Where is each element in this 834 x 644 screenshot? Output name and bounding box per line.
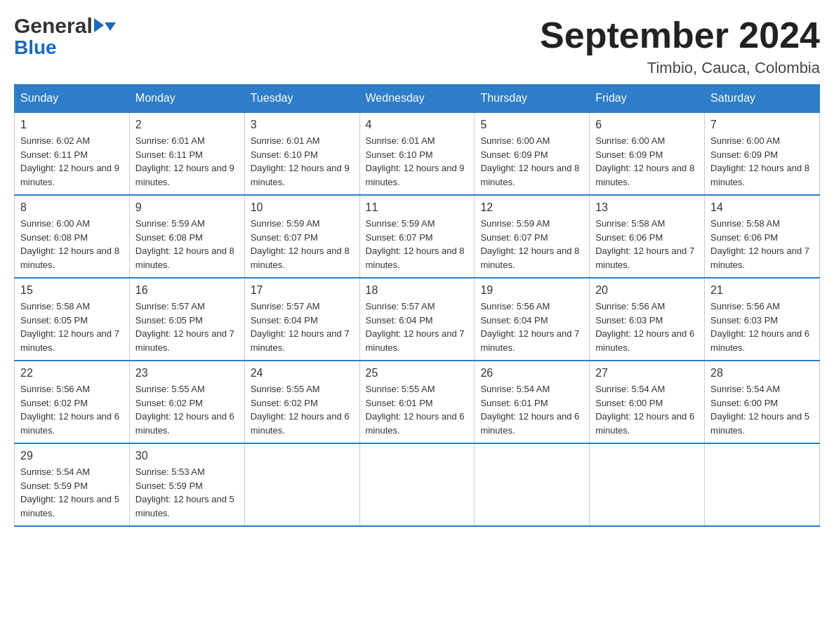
daylight-label: Daylight: 12 hours and 7 minutes.: [20, 328, 119, 353]
calendar-cell: 2 Sunrise: 6:01 AM Sunset: 6:11 PM Dayli…: [129, 112, 244, 195]
calendar-cell: [705, 443, 820, 526]
sunset-label: Sunset: 6:08 PM: [20, 232, 88, 243]
daylight-label: Daylight: 12 hours and 8 minutes.: [595, 163, 694, 187]
daylight-label: Daylight: 12 hours and 7 minutes.: [366, 328, 465, 353]
month-title: September 2024: [540, 14, 820, 56]
day-info: Sunrise: 5:58 AM Sunset: 6:06 PM Dayligh…: [710, 217, 814, 271]
daylight-label: Daylight: 12 hours and 8 minutes.: [710, 163, 809, 187]
page-header: General Blue September 2024 Timbio, Cauc…: [14, 14, 820, 77]
sunrise-label: Sunrise: 6:01 AM: [135, 135, 205, 146]
day-number: 30: [135, 450, 239, 462]
calendar-cell: 24 Sunrise: 5:55 AM Sunset: 6:02 PM Dayl…: [244, 361, 359, 443]
calendar-cell: 1 Sunrise: 6:02 AM Sunset: 6:11 PM Dayli…: [15, 112, 130, 195]
sunset-label: Sunset: 6:04 PM: [251, 315, 318, 326]
sunset-label: Sunset: 5:59 PM: [135, 481, 203, 491]
day-info: Sunrise: 5:54 AM Sunset: 6:00 PM Dayligh…: [595, 382, 699, 437]
sunrise-label: Sunrise: 5:54 AM: [480, 384, 550, 394]
day-number: 20: [595, 284, 699, 297]
col-wednesday: Wednesday: [359, 85, 475, 113]
calendar-cell: 10 Sunrise: 5:59 AM Sunset: 6:07 PM Dayl…: [244, 195, 359, 278]
sunrise-label: Sunrise: 5:57 AM: [366, 301, 435, 311]
sunrise-label: Sunrise: 5:58 AM: [710, 218, 780, 229]
calendar-cell: 29 Sunrise: 5:54 AM Sunset: 5:59 PM Dayl…: [15, 443, 130, 526]
calendar-week-1: 1 Sunrise: 6:02 AM Sunset: 6:11 PM Dayli…: [15, 112, 820, 195]
sunset-label: Sunset: 6:04 PM: [366, 315, 433, 326]
daylight-label: Daylight: 12 hours and 9 minutes.: [366, 163, 465, 187]
day-number: 17: [251, 284, 354, 297]
day-info: Sunrise: 5:56 AM Sunset: 6:03 PM Dayligh…: [710, 300, 814, 354]
day-number: 18: [366, 284, 469, 297]
sunrise-label: Sunrise: 5:55 AM: [135, 384, 205, 394]
daylight-label: Daylight: 12 hours and 8 minutes.: [20, 246, 119, 270]
sunset-label: Sunset: 6:03 PM: [595, 315, 663, 326]
day-info: Sunrise: 6:02 AM Sunset: 6:11 PM Dayligh…: [20, 134, 124, 189]
logo-triangle-icon: [105, 22, 116, 31]
day-number: 21: [710, 284, 814, 297]
calendar-week-4: 22 Sunrise: 5:56 AM Sunset: 6:02 PM Dayl…: [15, 361, 820, 443]
day-number: 29: [20, 450, 124, 462]
sunrise-label: Sunrise: 5:59 AM: [135, 218, 205, 229]
day-info: Sunrise: 5:53 AM Sunset: 5:59 PM Dayligh…: [135, 465, 239, 520]
day-info: Sunrise: 6:01 AM Sunset: 6:10 PM Dayligh…: [366, 134, 469, 189]
sunset-label: Sunset: 6:00 PM: [595, 398, 663, 408]
daylight-label: Daylight: 12 hours and 8 minutes.: [366, 246, 465, 270]
sunset-label: Sunset: 6:09 PM: [710, 149, 778, 160]
day-info: Sunrise: 5:58 AM Sunset: 6:05 PM Dayligh…: [20, 300, 124, 354]
calendar-cell: 12 Sunrise: 5:59 AM Sunset: 6:07 PM Dayl…: [475, 195, 590, 278]
day-number: 7: [710, 119, 814, 131]
day-number: 22: [20, 367, 124, 380]
calendar-cell: 15 Sunrise: 5:58 AM Sunset: 6:05 PM Dayl…: [15, 278, 130, 361]
calendar-week-5: 29 Sunrise: 5:54 AM Sunset: 5:59 PM Dayl…: [15, 443, 820, 526]
sunrise-label: Sunrise: 6:01 AM: [251, 135, 320, 146]
day-info: Sunrise: 5:56 AM Sunset: 6:04 PM Dayligh…: [480, 300, 583, 354]
day-info: Sunrise: 6:00 AM Sunset: 6:09 PM Dayligh…: [595, 134, 699, 189]
sunrise-label: Sunrise: 5:54 AM: [595, 384, 665, 394]
sunset-label: Sunset: 6:07 PM: [480, 232, 548, 243]
sunrise-label: Sunrise: 5:56 AM: [595, 301, 665, 311]
logo-arrow-icon: [94, 18, 104, 32]
calendar-header-row: Sunday Monday Tuesday Wednesday Thursday…: [15, 85, 820, 113]
sunset-label: Sunset: 6:01 PM: [366, 398, 433, 408]
sunset-label: Sunset: 6:10 PM: [251, 149, 318, 160]
col-thursday: Thursday: [475, 85, 590, 113]
daylight-label: Daylight: 12 hours and 8 minutes.: [251, 246, 350, 270]
calendar-cell: 22 Sunrise: 5:56 AM Sunset: 6:02 PM Dayl…: [15, 361, 130, 443]
day-number: 10: [251, 201, 354, 214]
daylight-label: Daylight: 12 hours and 7 minutes.: [251, 328, 350, 353]
sunset-label: Sunset: 6:06 PM: [710, 232, 778, 243]
day-info: Sunrise: 5:59 AM Sunset: 6:07 PM Dayligh…: [366, 217, 469, 271]
daylight-label: Daylight: 12 hours and 8 minutes.: [480, 163, 579, 187]
daylight-label: Daylight: 12 hours and 6 minutes.: [710, 328, 809, 353]
daylight-label: Daylight: 12 hours and 7 minutes.: [480, 328, 579, 353]
sunrise-label: Sunrise: 6:01 AM: [366, 135, 435, 146]
day-info: Sunrise: 5:55 AM Sunset: 6:02 PM Dayligh…: [251, 382, 354, 437]
daylight-label: Daylight: 12 hours and 6 minutes.: [135, 411, 234, 436]
calendar-cell: 11 Sunrise: 5:59 AM Sunset: 6:07 PM Dayl…: [359, 195, 475, 278]
calendar-cell: 28 Sunrise: 5:54 AM Sunset: 6:00 PM Dayl…: [705, 361, 820, 443]
day-number: 23: [135, 367, 239, 380]
sunrise-label: Sunrise: 5:58 AM: [595, 218, 665, 229]
sunrise-label: Sunrise: 5:58 AM: [20, 301, 90, 311]
calendar-cell: 26 Sunrise: 5:54 AM Sunset: 6:01 PM Dayl…: [475, 361, 590, 443]
calendar-cell: [590, 443, 705, 526]
daylight-label: Daylight: 12 hours and 6 minutes.: [20, 411, 119, 436]
daylight-label: Daylight: 12 hours and 6 minutes.: [366, 411, 465, 436]
sunrise-label: Sunrise: 5:56 AM: [20, 384, 90, 394]
day-number: 1: [20, 119, 124, 131]
daylight-label: Daylight: 12 hours and 7 minutes.: [595, 246, 694, 270]
sunset-label: Sunset: 6:09 PM: [595, 149, 663, 160]
daylight-label: Daylight: 12 hours and 8 minutes.: [480, 246, 579, 270]
day-number: 5: [480, 119, 583, 131]
day-number: 14: [710, 201, 814, 214]
sunset-label: Sunset: 6:00 PM: [710, 398, 778, 408]
day-number: 24: [251, 367, 354, 380]
sunset-label: Sunset: 6:10 PM: [366, 149, 433, 160]
daylight-label: Daylight: 12 hours and 5 minutes.: [20, 494, 119, 518]
day-info: Sunrise: 5:57 AM Sunset: 6:05 PM Dayligh…: [135, 300, 239, 354]
day-number: 8: [20, 201, 124, 214]
logo-blue-text: Blue: [14, 36, 57, 58]
calendar-cell: 6 Sunrise: 6:00 AM Sunset: 6:09 PM Dayli…: [590, 112, 705, 195]
day-info: Sunrise: 5:59 AM Sunset: 6:07 PM Dayligh…: [480, 217, 583, 271]
day-number: 4: [366, 119, 469, 131]
sunrise-label: Sunrise: 5:59 AM: [480, 218, 550, 229]
